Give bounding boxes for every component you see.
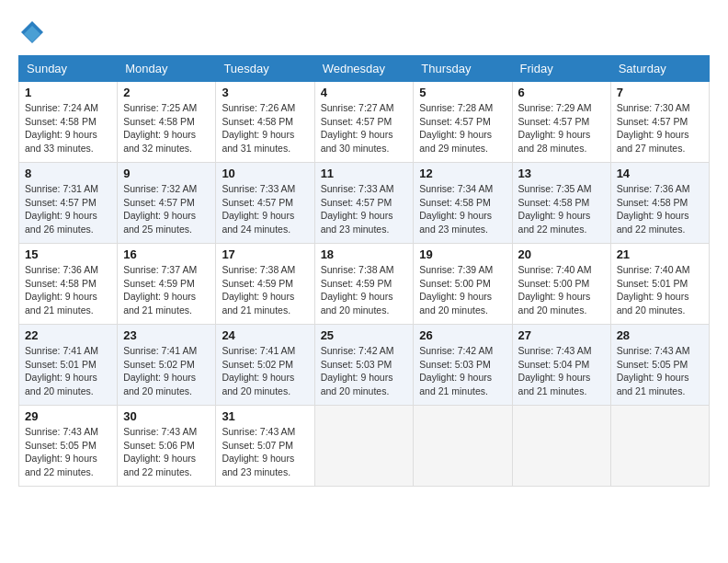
day-number: 7 xyxy=(617,86,703,99)
day-cell-24: 24Sunrise: 7:41 AMSunset: 5:02 PMDayligh… xyxy=(216,325,314,406)
day-info: Sunrise: 7:28 AMSunset: 4:57 PMDaylight:… xyxy=(419,101,506,155)
day-info: Sunrise: 7:30 AMSunset: 4:57 PMDaylight:… xyxy=(617,101,703,155)
day-info: Sunrise: 7:36 AMSunset: 4:58 PMDaylight:… xyxy=(25,263,111,317)
day-info: Sunrise: 7:33 AMSunset: 4:57 PMDaylight:… xyxy=(222,182,308,236)
day-number: 22 xyxy=(25,328,111,342)
day-info: Sunrise: 7:41 AMSunset: 5:02 PMDaylight:… xyxy=(222,344,308,398)
day-number: 9 xyxy=(123,167,210,180)
day-number: 1 xyxy=(25,86,111,99)
day-info: Sunrise: 7:25 AMSunset: 4:58 PMDaylight:… xyxy=(123,101,210,155)
day-number: 29 xyxy=(25,409,111,423)
day-cell-26: 26Sunrise: 7:42 AMSunset: 5:03 PMDayligh… xyxy=(414,325,512,406)
day-header-saturday: Saturday xyxy=(610,56,709,82)
day-header-friday: Friday xyxy=(512,56,610,82)
day-info: Sunrise: 7:40 AMSunset: 5:00 PMDaylight:… xyxy=(518,263,605,317)
day-info: Sunrise: 7:33 AMSunset: 4:57 PMDaylight:… xyxy=(321,182,408,236)
empty-cell xyxy=(314,406,414,487)
day-cell-23: 23Sunrise: 7:41 AMSunset: 5:02 PMDayligh… xyxy=(118,325,216,406)
day-number: 31 xyxy=(222,409,308,423)
day-cell-11: 11Sunrise: 7:33 AMSunset: 4:57 PMDayligh… xyxy=(314,163,414,244)
day-cell-17: 17Sunrise: 7:38 AMSunset: 4:59 PMDayligh… xyxy=(216,244,314,325)
day-number: 25 xyxy=(321,328,408,342)
day-cell-19: 19Sunrise: 7:39 AMSunset: 5:00 PMDayligh… xyxy=(414,244,512,325)
day-number: 30 xyxy=(123,409,210,423)
day-number: 3 xyxy=(222,86,308,99)
day-number: 12 xyxy=(419,167,506,180)
day-info: Sunrise: 7:39 AMSunset: 5:00 PMDaylight:… xyxy=(419,263,506,317)
day-cell-15: 15Sunrise: 7:36 AMSunset: 4:58 PMDayligh… xyxy=(19,244,118,325)
day-cell-16: 16Sunrise: 7:37 AMSunset: 4:59 PMDayligh… xyxy=(118,244,216,325)
day-info: Sunrise: 7:31 AMSunset: 4:57 PMDaylight:… xyxy=(25,182,111,236)
day-cell-25: 25Sunrise: 7:42 AMSunset: 5:03 PMDayligh… xyxy=(314,325,414,406)
day-header-sunday: Sunday xyxy=(19,56,118,82)
day-number: 13 xyxy=(518,167,605,180)
day-cell-18: 18Sunrise: 7:38 AMSunset: 4:59 PMDayligh… xyxy=(314,244,414,325)
week-row-4: 22Sunrise: 7:41 AMSunset: 5:01 PMDayligh… xyxy=(19,325,710,406)
day-info: Sunrise: 7:38 AMSunset: 4:59 PMDaylight:… xyxy=(222,263,308,317)
day-cell-28: 28Sunrise: 7:43 AMSunset: 5:05 PMDayligh… xyxy=(610,325,709,406)
day-number: 4 xyxy=(321,86,408,99)
day-info: Sunrise: 7:43 AMSunset: 5:07 PMDaylight:… xyxy=(222,425,308,479)
day-number: 28 xyxy=(617,328,703,342)
day-number: 20 xyxy=(518,247,605,261)
day-header-wednesday: Wednesday xyxy=(314,56,414,82)
day-cell-2: 2Sunrise: 7:25 AMSunset: 4:58 PMDaylight… xyxy=(118,82,216,163)
week-row-1: 1Sunrise: 7:24 AMSunset: 4:58 PMDaylight… xyxy=(19,82,710,163)
day-cell-7: 7Sunrise: 7:30 AMSunset: 4:57 PMDaylight… xyxy=(610,82,709,163)
day-number: 19 xyxy=(419,247,506,261)
day-number: 11 xyxy=(321,167,408,180)
logo xyxy=(18,18,50,46)
day-cell-27: 27Sunrise: 7:43 AMSunset: 5:04 PMDayligh… xyxy=(512,325,610,406)
week-row-5: 29Sunrise: 7:43 AMSunset: 5:05 PMDayligh… xyxy=(19,406,710,487)
day-number: 27 xyxy=(518,328,605,342)
day-cell-20: 20Sunrise: 7:40 AMSunset: 5:00 PMDayligh… xyxy=(512,244,610,325)
day-info: Sunrise: 7:43 AMSunset: 5:05 PMDaylight:… xyxy=(25,425,111,479)
day-number: 17 xyxy=(222,247,308,261)
day-number: 23 xyxy=(123,328,210,342)
day-number: 5 xyxy=(419,86,506,99)
day-info: Sunrise: 7:36 AMSunset: 4:58 PMDaylight:… xyxy=(617,182,703,236)
day-cell-8: 8Sunrise: 7:31 AMSunset: 4:57 PMDaylight… xyxy=(19,163,118,244)
day-number: 26 xyxy=(419,328,506,342)
empty-cell xyxy=(610,406,709,487)
day-cell-9: 9Sunrise: 7:32 AMSunset: 4:57 PMDaylight… xyxy=(118,163,216,244)
day-number: 15 xyxy=(25,247,111,261)
day-info: Sunrise: 7:27 AMSunset: 4:57 PMDaylight:… xyxy=(321,101,408,155)
logo-icon xyxy=(18,18,46,46)
empty-cell xyxy=(414,406,512,487)
day-info: Sunrise: 7:42 AMSunset: 5:03 PMDaylight:… xyxy=(419,344,506,398)
day-info: Sunrise: 7:41 AMSunset: 5:01 PMDaylight:… xyxy=(25,344,111,398)
day-cell-1: 1Sunrise: 7:24 AMSunset: 4:58 PMDaylight… xyxy=(19,82,118,163)
header xyxy=(18,18,710,46)
calendar: SundayMondayTuesdayWednesdayThursdayFrid… xyxy=(18,55,710,487)
day-info: Sunrise: 7:34 AMSunset: 4:58 PMDaylight:… xyxy=(419,182,506,236)
day-cell-6: 6Sunrise: 7:29 AMSunset: 4:57 PMDaylight… xyxy=(512,82,610,163)
day-number: 24 xyxy=(222,328,308,342)
day-cell-13: 13Sunrise: 7:35 AMSunset: 4:58 PMDayligh… xyxy=(512,163,610,244)
day-cell-31: 31Sunrise: 7:43 AMSunset: 5:07 PMDayligh… xyxy=(216,406,314,487)
day-info: Sunrise: 7:43 AMSunset: 5:04 PMDaylight:… xyxy=(518,344,605,398)
day-cell-29: 29Sunrise: 7:43 AMSunset: 5:05 PMDayligh… xyxy=(19,406,118,487)
day-info: Sunrise: 7:42 AMSunset: 5:03 PMDaylight:… xyxy=(321,344,408,398)
day-cell-3: 3Sunrise: 7:26 AMSunset: 4:58 PMDaylight… xyxy=(216,82,314,163)
day-info: Sunrise: 7:32 AMSunset: 4:57 PMDaylight:… xyxy=(123,182,210,236)
day-info: Sunrise: 7:40 AMSunset: 5:01 PMDaylight:… xyxy=(617,263,703,317)
day-info: Sunrise: 7:43 AMSunset: 5:05 PMDaylight:… xyxy=(617,344,703,398)
day-info: Sunrise: 7:29 AMSunset: 4:57 PMDaylight:… xyxy=(518,101,605,155)
week-row-2: 8Sunrise: 7:31 AMSunset: 4:57 PMDaylight… xyxy=(19,163,710,244)
day-info: Sunrise: 7:24 AMSunset: 4:58 PMDaylight:… xyxy=(25,101,111,155)
day-info: Sunrise: 7:41 AMSunset: 5:02 PMDaylight:… xyxy=(123,344,210,398)
day-info: Sunrise: 7:43 AMSunset: 5:06 PMDaylight:… xyxy=(123,425,210,479)
day-number: 18 xyxy=(321,247,408,261)
day-number: 10 xyxy=(222,167,308,180)
day-info: Sunrise: 7:37 AMSunset: 4:59 PMDaylight:… xyxy=(123,263,210,317)
day-cell-5: 5Sunrise: 7:28 AMSunset: 4:57 PMDaylight… xyxy=(414,82,512,163)
day-number: 2 xyxy=(123,86,210,99)
day-info: Sunrise: 7:35 AMSunset: 4:58 PMDaylight:… xyxy=(518,182,605,236)
day-number: 6 xyxy=(518,86,605,99)
day-number: 14 xyxy=(617,167,703,180)
day-cell-22: 22Sunrise: 7:41 AMSunset: 5:01 PMDayligh… xyxy=(19,325,118,406)
day-info: Sunrise: 7:38 AMSunset: 4:59 PMDaylight:… xyxy=(321,263,408,317)
day-header-monday: Monday xyxy=(118,56,216,82)
day-cell-30: 30Sunrise: 7:43 AMSunset: 5:06 PMDayligh… xyxy=(118,406,216,487)
